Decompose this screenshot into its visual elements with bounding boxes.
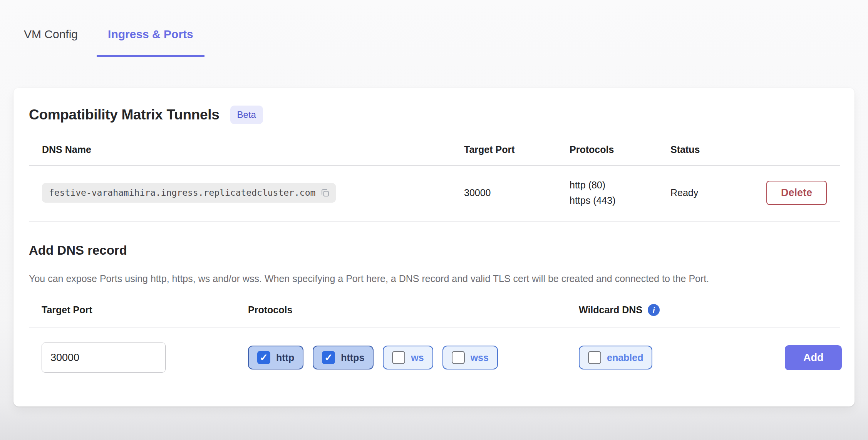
protocols-label: Protocols	[235, 304, 566, 316]
checkbox-icon	[452, 351, 465, 364]
add-dns-description: You can expose Ports using http, https, …	[29, 271, 834, 286]
protocol-option-label: http	[276, 352, 294, 363]
protocol-option-label: ws	[411, 352, 424, 363]
tunnels-table-header: DNS Name Target Port Protocols Status	[29, 133, 840, 166]
target-port-label: Target Port	[29, 304, 235, 316]
column-header-target-port: Target Port	[464, 144, 570, 155]
add-button[interactable]: Add	[785, 345, 842, 370]
wildcard-enabled-checkbox[interactable]: enabled	[579, 346, 652, 369]
add-dns-heading: Add DNS record	[29, 243, 840, 258]
add-dns-form-row: http https ws wss enabled Add	[29, 328, 840, 389]
add-dns-form-labels: Target Port Protocols Wildcard DNS i	[29, 286, 840, 328]
wildcard-dns-label-text: Wildcard DNS	[579, 304, 642, 316]
delete-button[interactable]: Delete	[766, 181, 827, 205]
protocol-option-label: wss	[471, 352, 489, 363]
protocol-http-value: http (80)	[570, 177, 670, 193]
dns-name-pill: festive-varahamihira.ingress.replicatedc…	[42, 183, 336, 203]
table-row: festive-varahamihira.ingress.replicatedc…	[29, 166, 840, 222]
target-port-cell: 30000	[464, 187, 570, 198]
tab-vm-config[interactable]: VM Config	[13, 22, 89, 57]
dns-name-value: festive-varahamihira.ingress.replicatedc…	[49, 188, 315, 198]
card-title: Compatibility Matrix Tunnels	[29, 107, 220, 123]
tab-bar: VM Config Ingress & Ports	[13, 0, 855, 56]
tunnels-card: Compatibility Matrix Tunnels Beta DNS Na…	[13, 88, 855, 406]
protocol-option-label: https	[341, 352, 364, 363]
checkbox-icon	[257, 351, 270, 364]
protocol-options: http https ws wss	[235, 346, 566, 369]
column-header-protocols: Protocols	[570, 144, 670, 155]
tab-ingress-ports[interactable]: Ingress & Ports	[97, 22, 204, 57]
status-cell: Ready	[670, 187, 766, 198]
protocol-checkbox-ws[interactable]: ws	[383, 346, 433, 369]
protocol-https-value: https (443)	[570, 193, 670, 208]
checkbox-icon	[322, 351, 335, 364]
target-port-input[interactable]	[42, 343, 166, 373]
column-header-status: Status	[670, 144, 766, 155]
protocols-cell: http (80) https (443)	[570, 177, 670, 208]
beta-badge: Beta	[230, 106, 263, 124]
card-title-row: Compatibility Matrix Tunnels Beta	[29, 106, 840, 124]
checkbox-icon	[588, 351, 601, 364]
protocol-checkbox-wss[interactable]: wss	[442, 346, 498, 369]
column-header-dns-name: DNS Name	[29, 144, 464, 155]
wildcard-dns-label: Wildcard DNS i	[566, 304, 772, 316]
copy-icon[interactable]	[320, 188, 330, 198]
protocol-checkbox-http[interactable]: http	[248, 346, 303, 369]
dns-name-cell: festive-varahamihira.ingress.replicatedc…	[29, 183, 464, 203]
wildcard-option-label: enabled	[607, 352, 643, 363]
checkbox-icon	[392, 351, 405, 364]
protocol-checkbox-https[interactable]: https	[313, 346, 374, 369]
actions-cell: Delete	[766, 181, 840, 205]
info-icon[interactable]: i	[648, 304, 660, 316]
